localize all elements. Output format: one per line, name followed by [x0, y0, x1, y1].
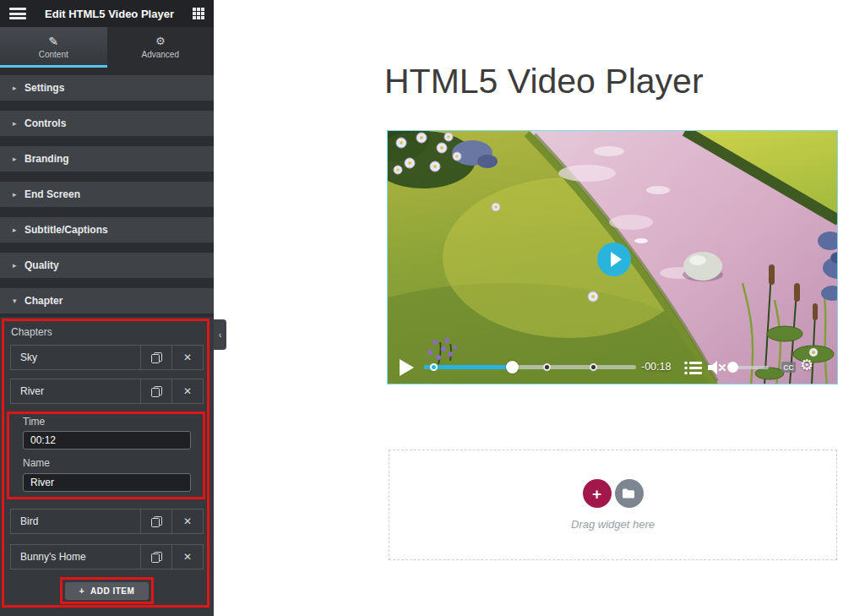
section-quality[interactable]: ▸ Quality: [0, 253, 214, 278]
duplicate-button[interactable]: [140, 379, 171, 403]
section-controls[interactable]: ▸ Controls: [0, 111, 214, 136]
section-settings[interactable]: ▸ Settings: [0, 75, 214, 101]
video-player-widget[interactable]: -00:18: [387, 130, 838, 384]
time-label: Time: [23, 416, 45, 428]
caret-right-icon: ▸: [13, 155, 24, 163]
section-branding[interactable]: ▸ Branding: [0, 146, 214, 172]
progress-playhead[interactable]: [506, 361, 519, 373]
name-label: Name: [23, 457, 50, 469]
tab-content[interactable]: ✎ Content: [0, 27, 107, 68]
delete-button[interactable]: ✕: [171, 510, 203, 533]
time-field[interactable]: [23, 431, 191, 450]
video-controls: -00:18: [388, 131, 838, 384]
play-icon-small[interactable]: [400, 359, 414, 376]
active-tab-underline: [0, 65, 107, 68]
pencil-icon: ✎: [48, 35, 58, 47]
drop-zone[interactable]: + Drag widget here: [389, 450, 837, 560]
panel-collapse-button[interactable]: ‹: [214, 319, 226, 350]
elementor-panel: Edit HTML5 Video Player ✎ Content ⚙ Adva…: [0, 0, 214, 616]
duplicate-icon: [151, 552, 162, 563]
section-end-screen[interactable]: ▸ End Screen: [0, 182, 214, 207]
chapter-row-bird[interactable]: Bird ✕: [10, 509, 204, 534]
section-chapter[interactable]: ▾ Chapter: [0, 288, 214, 313]
duplicate-button[interactable]: [140, 346, 171, 369]
volume-knob[interactable]: [727, 362, 738, 373]
page-title: HTML5 Video Player: [384, 62, 704, 101]
folder-icon: [623, 488, 635, 499]
close-icon: ✕: [183, 352, 192, 363]
template-library-button[interactable]: [615, 479, 644, 508]
chevron-left-icon: ‹: [219, 330, 222, 340]
panel-header: Edit HTML5 Video Player: [0, 0, 214, 27]
chapter-row-sky[interactable]: Sky ✕: [10, 345, 204, 370]
duplicate-icon: [151, 386, 162, 397]
drop-hint: Drag widget here: [571, 518, 655, 531]
caret-right-icon: ▸: [13, 261, 24, 270]
duplicate-button[interactable]: [140, 545, 171, 569]
chapter-list-icon[interactable]: [684, 361, 702, 379]
chapter-marker-2[interactable]: [543, 363, 551, 371]
menu-icon[interactable]: [9, 8, 26, 19]
tab-advanced[interactable]: ⚙ Advanced: [107, 27, 215, 68]
close-icon: ✕: [183, 515, 192, 527]
close-icon: ✕: [183, 551, 192, 563]
settings-gear-icon[interactable]: ⚙: [800, 356, 813, 374]
mute-icon[interactable]: [708, 360, 727, 379]
section-subtitle-captions[interactable]: ▸ Subtitle/Captions: [0, 217, 214, 243]
add-item-button[interactable]: + ADD ITEM: [65, 582, 149, 600]
close-icon: ✕: [183, 385, 192, 397]
caret-right-icon: ▸: [13, 190, 24, 199]
caret-down-icon: ▾: [13, 297, 24, 305]
plus-icon: +: [79, 586, 84, 596]
name-field[interactable]: [23, 473, 191, 492]
add-widget-button[interactable]: +: [583, 479, 612, 508]
panel-title: Edit HTML5 Video Player: [26, 8, 193, 20]
chapters-label: Chapters: [11, 326, 52, 338]
caret-right-icon: ▸: [13, 226, 24, 234]
delete-button[interactable]: ✕: [171, 346, 203, 369]
progress-bar[interactable]: [424, 365, 636, 369]
gear-icon: ⚙: [155, 35, 166, 47]
chapter-row-river[interactable]: River ✕: [10, 379, 204, 404]
caret-right-icon: ▸: [13, 119, 24, 128]
elementor-editor: Edit HTML5 Video Player ✎ Content ⚙ Adva…: [0, 0, 865, 616]
chapter-row-bunnys-home[interactable]: Bunny's Home ✕: [10, 544, 204, 570]
preview-canvas: HTML5 Video Player: [214, 0, 865, 616]
chapter-marker-3[interactable]: [590, 363, 597, 371]
panel-tabs: ✎ Content ⚙ Advanced: [0, 27, 214, 68]
duplicate-icon: [151, 352, 162, 363]
delete-button[interactable]: ✕: [171, 379, 203, 403]
captions-button[interactable]: CC: [781, 362, 796, 373]
duplicate-icon: [151, 516, 162, 527]
time-remaining: -00:18: [641, 361, 671, 373]
duplicate-button[interactable]: [140, 510, 171, 533]
chapter-marker-1[interactable]: [430, 363, 438, 371]
delete-button[interactable]: ✕: [171, 545, 203, 569]
plus-icon: +: [592, 486, 601, 502]
caret-right-icon: ▸: [13, 84, 24, 92]
widgets-grid-icon[interactable]: [193, 8, 204, 19]
